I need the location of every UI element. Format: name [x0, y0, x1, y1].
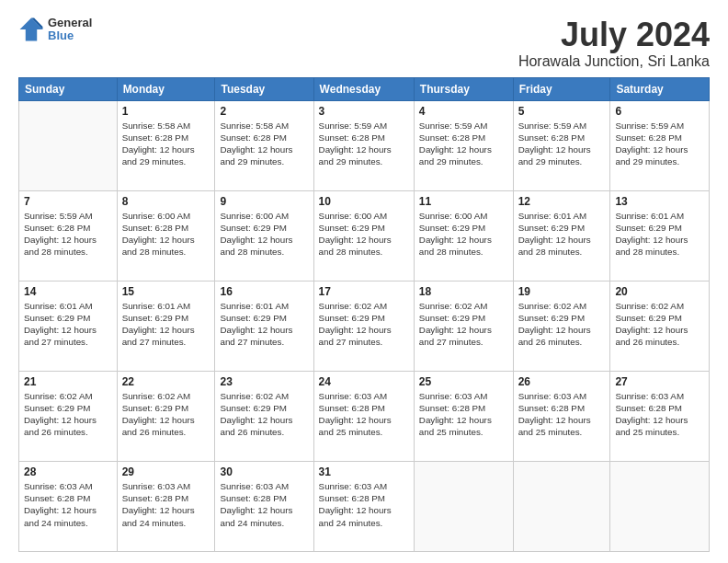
- calendar-cell: [414, 461, 513, 551]
- calendar-cell: 29Sunrise: 6:03 AM Sunset: 6:28 PM Dayli…: [117, 461, 215, 551]
- day-info: Sunrise: 5:59 AM Sunset: 6:28 PM Dayligh…: [419, 120, 508, 168]
- day-info: Sunrise: 6:00 AM Sunset: 6:29 PM Dayligh…: [220, 210, 308, 259]
- main-title: July 2024: [518, 17, 710, 53]
- day-number: 29: [122, 465, 210, 478]
- calendar-body: 1Sunrise: 5:58 AM Sunset: 6:28 PM Daylig…: [19, 100, 710, 551]
- day-number: 12: [518, 195, 606, 208]
- calendar-cell: 19Sunrise: 6:02 AM Sunset: 6:29 PM Dayli…: [513, 281, 610, 371]
- calendar-cell: 20Sunrise: 6:02 AM Sunset: 6:29 PM Dayli…: [610, 281, 710, 371]
- day-number: 7: [24, 195, 112, 208]
- calendar-cell: 6Sunrise: 5:59 AM Sunset: 6:28 PM Daylig…: [610, 100, 710, 190]
- day-number: 13: [615, 195, 704, 208]
- day-info: Sunrise: 5:59 AM Sunset: 6:28 PM Dayligh…: [518, 120, 606, 168]
- day-number: 6: [615, 105, 704, 118]
- day-number: 5: [518, 105, 606, 118]
- week-row-5: 28Sunrise: 6:03 AM Sunset: 6:28 PM Dayli…: [19, 461, 710, 551]
- day-number: 17: [319, 285, 409, 298]
- calendar-cell: 1Sunrise: 5:58 AM Sunset: 6:28 PM Daylig…: [117, 100, 215, 190]
- svg-marker-0: [20, 18, 43, 41]
- header-day-sunday: Sunday: [19, 77, 118, 100]
- day-number: 19: [518, 285, 606, 298]
- calendar-cell: 18Sunrise: 6:02 AM Sunset: 6:29 PM Dayli…: [414, 281, 513, 371]
- day-number: 25: [419, 375, 508, 388]
- logo-line1: General: [48, 17, 92, 29]
- calendar-cell: 23Sunrise: 6:02 AM Sunset: 6:29 PM Dayli…: [215, 371, 313, 461]
- day-info: Sunrise: 6:03 AM Sunset: 6:28 PM Dayligh…: [220, 480, 308, 529]
- day-number: 8: [122, 195, 210, 208]
- day-info: Sunrise: 6:02 AM Sunset: 6:29 PM Dayligh…: [319, 300, 409, 349]
- header-day-tuesday: Tuesday: [215, 77, 313, 100]
- week-row-2: 7Sunrise: 5:59 AM Sunset: 6:28 PM Daylig…: [19, 190, 710, 281]
- day-info: Sunrise: 5:59 AM Sunset: 6:28 PM Dayligh…: [319, 120, 409, 168]
- calendar-cell: 11Sunrise: 6:00 AM Sunset: 6:29 PM Dayli…: [414, 190, 513, 281]
- day-info: Sunrise: 5:58 AM Sunset: 6:28 PM Dayligh…: [122, 120, 210, 168]
- day-info: Sunrise: 6:01 AM Sunset: 6:29 PM Dayligh…: [24, 300, 112, 349]
- calendar-table: SundayMondayTuesdayWednesdayThursdayFrid…: [18, 77, 710, 552]
- header: General Blue July 2024 Horawala Junction…: [18, 17, 710, 70]
- calendar-cell: 31Sunrise: 6:03 AM Sunset: 6:28 PM Dayli…: [313, 461, 414, 551]
- calendar-cell: [610, 461, 710, 551]
- week-row-4: 21Sunrise: 6:02 AM Sunset: 6:29 PM Dayli…: [19, 371, 710, 461]
- calendar-cell: 12Sunrise: 6:01 AM Sunset: 6:29 PM Dayli…: [513, 190, 610, 281]
- logo-text: General Blue: [48, 17, 92, 43]
- calendar-cell: 28Sunrise: 6:03 AM Sunset: 6:28 PM Dayli…: [19, 461, 118, 551]
- logo-line2: Blue: [48, 29, 92, 42]
- calendar-cell: 25Sunrise: 6:03 AM Sunset: 6:28 PM Dayli…: [414, 371, 513, 461]
- day-number: 23: [220, 375, 308, 388]
- week-row-1: 1Sunrise: 5:58 AM Sunset: 6:28 PM Daylig…: [19, 100, 710, 190]
- day-number: 14: [24, 285, 112, 298]
- calendar-cell: 4Sunrise: 5:59 AM Sunset: 6:28 PM Daylig…: [414, 100, 513, 190]
- calendar-cell: 16Sunrise: 6:01 AM Sunset: 6:29 PM Dayli…: [215, 281, 313, 371]
- calendar-cell: 7Sunrise: 5:59 AM Sunset: 6:28 PM Daylig…: [19, 190, 118, 281]
- calendar-cell: 14Sunrise: 6:01 AM Sunset: 6:29 PM Dayli…: [19, 281, 118, 371]
- calendar-cell: 9Sunrise: 6:00 AM Sunset: 6:29 PM Daylig…: [215, 190, 313, 281]
- header-day-monday: Monday: [117, 77, 215, 100]
- day-number: 2: [220, 105, 308, 118]
- calendar-cell: 3Sunrise: 5:59 AM Sunset: 6:28 PM Daylig…: [313, 100, 414, 190]
- calendar-cell: 5Sunrise: 5:59 AM Sunset: 6:28 PM Daylig…: [513, 100, 610, 190]
- day-number: 26: [518, 375, 606, 388]
- header-day-thursday: Thursday: [414, 77, 513, 100]
- day-number: 30: [220, 465, 308, 478]
- day-number: 21: [24, 375, 112, 388]
- header-day-friday: Friday: [513, 77, 610, 100]
- day-info: Sunrise: 6:03 AM Sunset: 6:28 PM Dayligh…: [419, 390, 508, 439]
- calendar-cell: [513, 461, 610, 551]
- header-day-saturday: Saturday: [610, 77, 710, 100]
- calendar-cell: 17Sunrise: 6:02 AM Sunset: 6:29 PM Dayli…: [313, 281, 414, 371]
- calendar-cell: [19, 100, 118, 190]
- header-row: SundayMondayTuesdayWednesdayThursdayFrid…: [19, 77, 710, 100]
- calendar-cell: 22Sunrise: 6:02 AM Sunset: 6:29 PM Dayli…: [117, 371, 215, 461]
- day-number: 22: [122, 375, 210, 388]
- calendar-cell: 26Sunrise: 6:03 AM Sunset: 6:28 PM Dayli…: [513, 371, 610, 461]
- day-info: Sunrise: 6:02 AM Sunset: 6:29 PM Dayligh…: [122, 390, 210, 439]
- header-day-wednesday: Wednesday: [313, 77, 414, 100]
- day-info: Sunrise: 6:02 AM Sunset: 6:29 PM Dayligh…: [24, 390, 112, 439]
- day-number: 31: [319, 465, 409, 478]
- calendar-cell: 24Sunrise: 6:03 AM Sunset: 6:28 PM Dayli…: [313, 371, 414, 461]
- day-number: 11: [419, 195, 508, 208]
- day-info: Sunrise: 6:01 AM Sunset: 6:29 PM Dayligh…: [220, 300, 308, 349]
- day-info: Sunrise: 6:02 AM Sunset: 6:29 PM Dayligh…: [615, 300, 704, 349]
- calendar-cell: 27Sunrise: 6:03 AM Sunset: 6:28 PM Dayli…: [610, 371, 710, 461]
- title-section: July 2024 Horawala Junction, Sri Lanka: [518, 17, 710, 70]
- calendar-cell: 2Sunrise: 5:58 AM Sunset: 6:28 PM Daylig…: [215, 100, 313, 190]
- calendar-cell: 21Sunrise: 6:02 AM Sunset: 6:29 PM Dayli…: [19, 371, 118, 461]
- day-number: 10: [319, 195, 409, 208]
- day-number: 15: [122, 285, 210, 298]
- day-info: Sunrise: 6:03 AM Sunset: 6:28 PM Dayligh…: [24, 480, 112, 529]
- day-info: Sunrise: 6:00 AM Sunset: 6:29 PM Dayligh…: [319, 210, 409, 259]
- calendar-cell: 30Sunrise: 6:03 AM Sunset: 6:28 PM Dayli…: [215, 461, 313, 551]
- day-info: Sunrise: 6:03 AM Sunset: 6:28 PM Dayligh…: [615, 390, 704, 439]
- day-number: 24: [319, 375, 409, 388]
- subtitle: Horawala Junction, Sri Lanka: [518, 53, 710, 70]
- day-number: 4: [419, 105, 508, 118]
- day-number: 1: [122, 105, 210, 118]
- calendar-cell: 13Sunrise: 6:01 AM Sunset: 6:29 PM Dayli…: [610, 190, 710, 281]
- day-info: Sunrise: 6:02 AM Sunset: 6:29 PM Dayligh…: [419, 300, 508, 349]
- day-info: Sunrise: 5:59 AM Sunset: 6:28 PM Dayligh…: [615, 120, 704, 168]
- day-info: Sunrise: 6:03 AM Sunset: 6:28 PM Dayligh…: [122, 480, 210, 529]
- calendar-cell: 10Sunrise: 6:00 AM Sunset: 6:29 PM Dayli…: [313, 190, 414, 281]
- day-number: 20: [615, 285, 704, 298]
- week-row-3: 14Sunrise: 6:01 AM Sunset: 6:29 PM Dayli…: [19, 281, 710, 371]
